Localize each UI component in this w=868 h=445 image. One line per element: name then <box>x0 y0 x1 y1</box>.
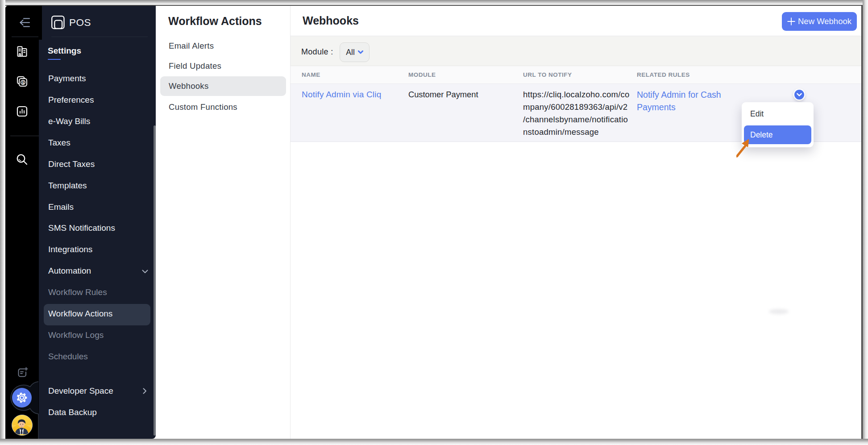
svg-text:$: $ <box>22 80 24 85</box>
